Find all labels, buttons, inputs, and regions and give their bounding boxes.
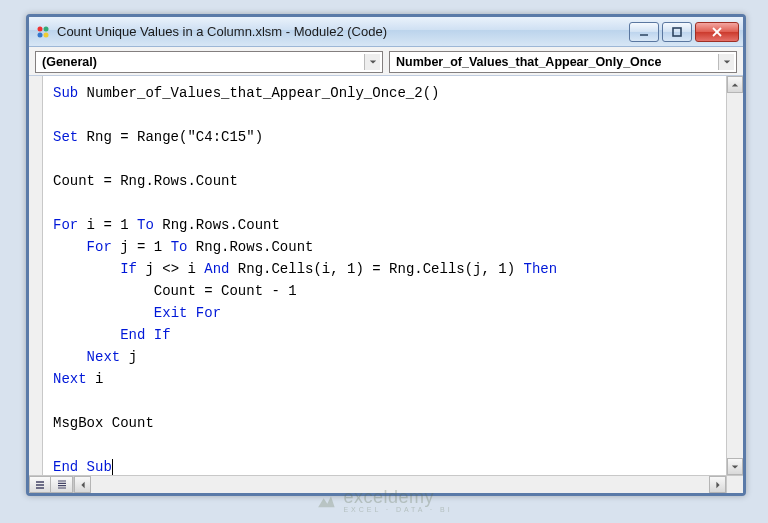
object-dropdown[interactable]: (General) (35, 51, 383, 73)
vertical-scrollbar[interactable] (726, 76, 743, 475)
vbe-window: Count Unique Values in a Column.xlsm - M… (26, 14, 746, 496)
view-buttons (29, 476, 74, 493)
scroll-corner (726, 476, 743, 493)
window-title: Count Unique Values in a Column.xlsm - M… (57, 24, 623, 39)
svg-rect-5 (673, 28, 681, 36)
object-procedure-row: (General) Number_of_Values_that_Appear_O… (29, 47, 743, 76)
scroll-down-button[interactable] (727, 458, 743, 475)
svg-point-2 (38, 32, 43, 37)
svg-point-0 (38, 26, 43, 31)
horizontal-scrollbar[interactable] (74, 476, 726, 493)
procedure-dropdown[interactable]: Number_of_Values_that_Appear_Only_Once (389, 51, 737, 73)
scroll-up-button[interactable] (727, 76, 743, 93)
object-dropdown-value: (General) (42, 55, 97, 69)
window-buttons (629, 22, 739, 42)
procedure-view-button[interactable] (29, 476, 51, 493)
close-button[interactable] (695, 22, 739, 42)
scroll-right-button[interactable] (709, 476, 726, 493)
app-icon (35, 24, 51, 40)
svg-point-1 (44, 26, 49, 31)
full-module-view-button[interactable] (51, 476, 73, 493)
editor: Sub Number_of_Values_that_Appear_Only_On… (29, 76, 743, 475)
titlebar[interactable]: Count Unique Values in a Column.xlsm - M… (29, 17, 743, 47)
minimize-button[interactable] (629, 22, 659, 42)
code-area[interactable]: Sub Number_of_Values_that_Appear_Only_On… (43, 76, 726, 475)
chevron-down-icon (364, 54, 380, 70)
maximize-button[interactable] (662, 22, 692, 42)
chevron-down-icon (718, 54, 734, 70)
svg-point-3 (44, 32, 49, 37)
editor-margin (29, 76, 43, 475)
bottom-bar (29, 475, 743, 493)
procedure-dropdown-value: Number_of_Values_that_Appear_Only_Once (396, 55, 661, 69)
scroll-left-button[interactable] (74, 476, 91, 493)
scroll-track[interactable] (727, 93, 743, 458)
watermark-tagline: EXCEL · DATA · BI (343, 506, 452, 513)
